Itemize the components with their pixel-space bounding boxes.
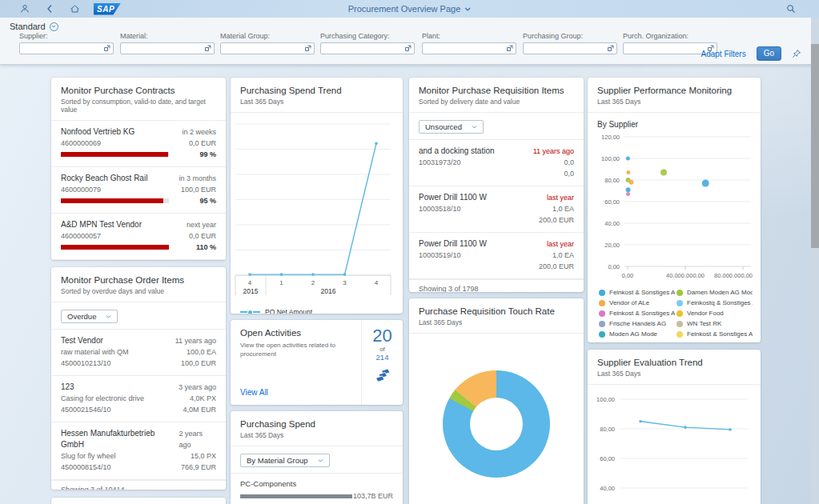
card-header[interactable]: Purchasing Spend Trend Last 365 Days [231,78,403,113]
card-title: Purchasing Spend [240,419,393,429]
pin-icon[interactable] [792,49,801,58]
unsourced-dropdown[interactable]: Unsourced [419,120,484,134]
value-help-icon[interactable] [304,45,311,52]
legend-label: Feinkost & Sonstiges AG [609,289,675,296]
value-help-icon[interactable] [506,45,513,52]
field-label: Purch. Organization: [623,32,717,40]
card-title: Open Activities [240,328,349,338]
material-group-dropdown[interactable]: By Material Group [240,454,330,467]
pr-qty: 1,0 EA [552,203,574,214]
card-filter-row: Unsourced [409,113,584,140]
supplier-input[interactable] [19,42,114,54]
pr-qty: 0,0 [564,157,574,168]
purchasing-group-input[interactable] [523,42,617,54]
po-item[interactable]: Test Vendor11 years ago raw material wit… [51,330,226,376]
contract-value: 0,0 EUR [189,138,216,149]
page-title-menu[interactable]: Procurement Overview Page [348,0,472,18]
card-header[interactable]: Supplier Performance Monitoring Last 365… [588,78,761,113]
card-header[interactable]: Purchase Requisition Touch Rate Last 365… [409,298,584,334]
contract-due: next year [187,219,216,230]
contract-item[interactable]: A&D MPN Test Vendornext year 46000000570… [51,214,226,260]
legend-item[interactable]: Feinkost & Sonstiges AG [599,289,675,296]
pr-item[interactable]: and a docking station11 years ago 100319… [409,140,584,186]
overdue-dropdown[interactable]: Overdue [61,310,118,323]
back-icon[interactable] [44,3,55,14]
home-icon[interactable] [69,3,80,14]
contract-name: A&D MPN Test Vendor [61,219,142,230]
filter-field-supplier: Supplier: [19,32,114,54]
field-label: Material: [120,32,215,40]
svg-text:2016: 2016 [321,287,336,295]
value-help-icon[interactable] [103,45,110,52]
field-label: Supplier: [19,32,114,40]
card-header[interactable]: Purchasing Spend Last 365 Days [231,411,403,446]
legend-label: Moden AG Mode [609,330,657,338]
legend-item[interactable]: Damen Moden AG Mode [676,289,753,296]
user-icon[interactable] [19,3,30,14]
filter-field-purchasing-group: Purchasing Group: [523,32,617,54]
filter-field-material-group: Material Group: [220,32,315,54]
pr-item[interactable]: Power Drill 1100 Wlast year 10003518/101… [409,186,584,233]
material-group-input[interactable] [220,42,315,54]
chevron-down-icon [106,315,111,318]
filter-field-material: Material: [120,32,215,54]
spend-item[interactable]: PC-Components 103,7B EUR [231,474,403,504]
plant-input[interactable] [422,42,516,54]
legend-label: Feinkostq & Sonstiges AG [687,299,753,306]
svg-text:40,00: 40,00 [604,220,620,227]
card-partially-visible [51,498,226,504]
legend-dot-icon [599,290,605,296]
svg-text:0,00: 0,00 [608,263,620,270]
card-subtitle: Last 365 Days [419,318,574,326]
card-header[interactable]: Monitor Purchase Requisition Items Sorte… [409,78,584,113]
field-label: Purchasing Group: [523,32,617,40]
legend-item[interactable]: Feinkostq & Sonstiges AG [676,299,753,306]
legend-dot-icon [676,300,683,306]
go-button[interactable]: Go [757,46,781,61]
po-item[interactable]: 1233 years ago Casing for electronic dri… [51,376,226,422]
svg-text:80,00: 80,00 [600,426,615,433]
value-help-icon[interactable] [607,45,614,52]
variant-selector[interactable]: Standard [10,22,58,31]
chart-legend[interactable]: PO Net Amount [231,298,403,314]
card-subtitle: Last 365 Days [240,98,393,106]
legend-item[interactable]: Feinkost & Sonstiges AG [599,310,675,317]
legend-item[interactable]: Frische Handels AG [599,320,675,327]
pr-item[interactable]: Power Drill 1100 Wlast year 10003519/101… [409,233,584,279]
scrollbar-thumb[interactable] [811,44,819,248]
svg-text:60,00: 60,00 [600,455,615,462]
chart-legend: Feinkost & Sonstiges AGDamen Moden AG Mo… [588,282,761,338]
spend-bar [240,494,352,498]
sap-logo[interactable]: SAP [94,3,121,15]
purchasing-category-input[interactable] [320,42,415,54]
consumption-bar [61,198,169,203]
scrollbar[interactable] [811,18,819,504]
search-icon[interactable] [785,3,797,14]
supplier-performance-scatter-chart: 120,00100,0080,0060,0040,0020,000,000,00… [588,130,761,282]
adapt-filters-link[interactable]: Adapt Filters [701,50,746,58]
legend-item[interactable]: Vendor of ALe [599,299,675,306]
contract-item[interactable]: Nonfood Vertrieb KGin 2 weeks 4600000069… [51,121,226,167]
open-activities-kpi[interactable]: 20 of 214 [361,320,403,405]
value-help-icon[interactable] [204,45,211,52]
legend-item[interactable]: Moden AG Mode [599,330,675,338]
contract-value: 100,0 EUR [181,184,216,195]
view-all-link[interactable]: View All [240,388,268,397]
line-series-icon [240,310,260,314]
card-subtitle: Last 365 Days [597,98,751,106]
card-header[interactable]: Open Activities View the open activities… [231,320,359,366]
po-id: 4500021546/10 [61,404,111,415]
legend-item[interactable]: Vendor Food [676,310,753,317]
po-item[interactable]: Hessen Manufakturbetrieb GmbH2 years ago… [51,422,226,480]
contract-item[interactable]: Rocky Beach Ghost Railin 3 months 460000… [51,167,226,214]
legend-item[interactable]: Feinkost & Sonstiges AG [676,330,753,338]
material-input[interactable] [120,42,215,54]
value-help-icon[interactable] [404,45,412,52]
card-header[interactable]: Supplier Evaluation Trend Last 365 Days [588,350,761,385]
svg-text:40.000.000,00: 40.000.000,00 [666,272,705,279]
card-header[interactable]: Monitor Purchase Order Items Sorted by o… [51,267,226,302]
legend-label: Feinkost & Sonstiges AG [609,310,675,317]
card-header[interactable]: Monitor Purchase Contracts Sorted by con… [51,78,226,121]
legend-item[interactable]: WN Test RK [676,320,753,327]
card-supplier-performance-monitoring: Supplier Performance Monitoring Last 365… [588,78,761,342]
